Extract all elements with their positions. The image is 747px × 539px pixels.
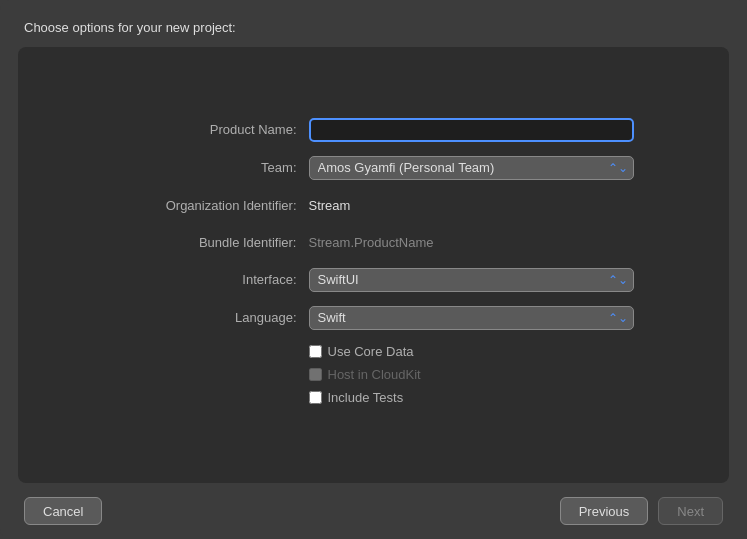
use-core-data-row: Use Core Data [309,344,634,359]
language-label: Language: [114,310,309,325]
form-table: Product Name: Team: Amos Gyamfi (Persona… [114,118,634,413]
interface-select-wrapper: SwiftUI Storyboard ⌃⌄ [309,268,634,292]
next-button: Next [658,497,723,525]
team-field: Amos Gyamfi (Personal Team) ⌃⌄ [309,156,634,180]
host-in-cloudkit-row: Host in CloudKit [309,367,634,382]
checkboxes-section: Use Core Data Host in CloudKit Include T… [114,344,634,405]
use-core-data-label: Use Core Data [328,344,414,359]
bundle-identifier-row: Bundle Identifier: Stream.ProductName [114,231,634,254]
include-tests-label: Include Tests [328,390,404,405]
host-in-cloudkit-label: Host in CloudKit [328,367,421,382]
product-name-field [309,118,634,142]
language-field: Swift Objective-C ⌃⌄ [309,306,634,330]
previous-button[interactable]: Previous [560,497,649,525]
cancel-button[interactable]: Cancel [24,497,102,525]
product-name-input[interactable] [309,118,634,142]
dialog-footer: Cancel Previous Next [0,483,747,539]
bundle-identifier-value: Stream.ProductName [309,231,634,254]
interface-select[interactable]: SwiftUI Storyboard [309,268,634,292]
product-name-label: Product Name: [114,122,309,137]
team-label: Team: [114,160,309,175]
include-tests-checkbox[interactable] [309,391,322,404]
interface-row: Interface: SwiftUI Storyboard ⌃⌄ [114,268,634,292]
team-select[interactable]: Amos Gyamfi (Personal Team) [309,156,634,180]
interface-field: SwiftUI Storyboard ⌃⌄ [309,268,634,292]
language-row: Language: Swift Objective-C ⌃⌄ [114,306,634,330]
interface-label: Interface: [114,272,309,287]
team-select-wrapper: Amos Gyamfi (Personal Team) ⌃⌄ [309,156,634,180]
org-identifier-label: Organization Identifier: [114,198,309,213]
team-row: Team: Amos Gyamfi (Personal Team) ⌃⌄ [114,156,634,180]
bundle-identifier-field: Stream.ProductName [309,231,634,254]
language-select-wrapper: Swift Objective-C ⌃⌄ [309,306,634,330]
new-project-dialog: Choose options for your new project: Pro… [0,0,747,539]
org-identifier-value: Stream [309,194,634,217]
org-identifier-field: Stream [309,194,634,217]
product-name-row: Product Name: [114,118,634,142]
footer-right-buttons: Previous Next [560,497,723,525]
bundle-identifier-label: Bundle Identifier: [114,235,309,250]
use-core-data-checkbox[interactable] [309,345,322,358]
dialog-header: Choose options for your new project: [0,0,747,47]
host-in-cloudkit-checkbox[interactable] [309,368,322,381]
language-select[interactable]: Swift Objective-C [309,306,634,330]
include-tests-row: Include Tests [309,390,634,405]
dialog-content: Product Name: Team: Amos Gyamfi (Persona… [18,47,729,483]
org-identifier-row: Organization Identifier: Stream [114,194,634,217]
